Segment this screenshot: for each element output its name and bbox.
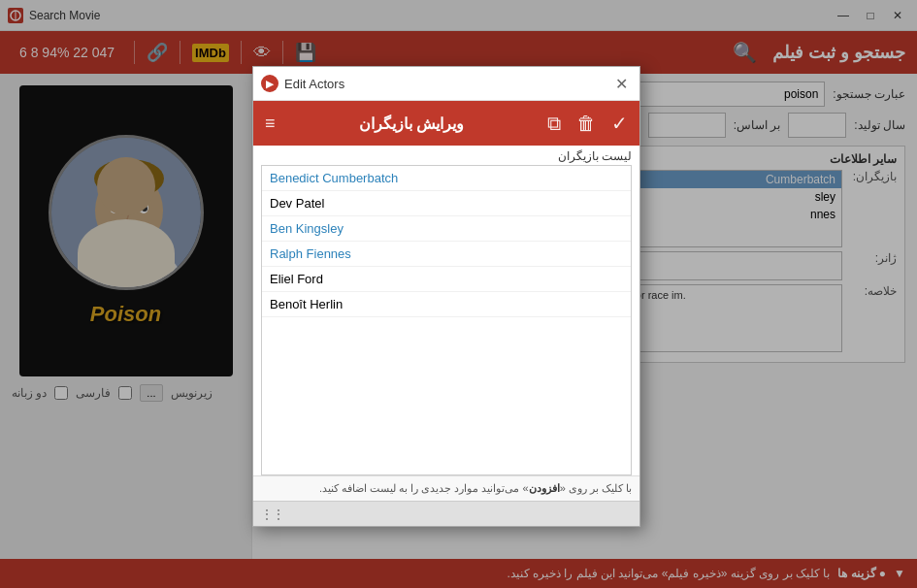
modal-overlay: ▶ Edit Actors ✕ ≡ ویرایش بازیگران ⧉ 🗑 ✓ … <box>0 0 917 588</box>
dialog-delete-icon[interactable]: 🗑 <box>576 113 596 135</box>
dialog-title-left: ▶ Edit Actors <box>261 75 344 92</box>
actor-item-2[interactable]: Ben Kingsley <box>262 216 631 242</box>
dialog-title-bar: ▶ Edit Actors ✕ <box>253 67 639 101</box>
dialog-check-icon[interactable]: ✓ <box>611 112 628 135</box>
dialog-hint-bold: افزودن <box>529 482 560 494</box>
dialog-list-label: لیست بازیگران <box>253 146 639 165</box>
dialog-hint: با کلیک بر روی «افزودن» می‌توانید موارد … <box>253 475 639 501</box>
dialog-title-text: Edit Actors <box>284 77 344 91</box>
dialog-toolbar-left: ≡ <box>265 114 276 134</box>
actor-item-1[interactable]: Dev Patel <box>262 191 631 216</box>
dialog-app-icon: ▶ <box>261 75 278 92</box>
dialog-actors-list[interactable]: Benedict Cumberbatch Dev Patel Ben Kings… <box>261 165 632 475</box>
dialog-copy-icon[interactable]: ⧉ <box>547 113 561 135</box>
actor-item-3[interactable]: Ralph Fiennes <box>262 242 631 267</box>
actor-item-5[interactable]: Benoît Herlin <box>262 292 631 317</box>
edit-actors-dialog: ▶ Edit Actors ✕ ≡ ویرایش بازیگران ⧉ 🗑 ✓ … <box>252 66 640 527</box>
actor-item-0[interactable]: Benedict Cumberbatch <box>262 166 631 191</box>
dialog-toolbar: ≡ ویرایش بازیگران ⧉ 🗑 ✓ <box>253 101 639 146</box>
dialog-bottom-bar: ⋮⋮ <box>253 501 639 526</box>
dialog-toolbar-actions: ⧉ 🗑 ✓ <box>547 112 628 135</box>
dialog-close-button[interactable]: ✕ <box>610 73 632 94</box>
actor-item-4[interactable]: Eliel Ford <box>262 267 631 292</box>
dialog-toolbar-title: ویرایش بازیگران <box>359 114 464 133</box>
dialog-menu-icon[interactable]: ≡ <box>265 114 276 134</box>
dialog-bottom-dots: ⋮⋮ <box>261 507 284 521</box>
